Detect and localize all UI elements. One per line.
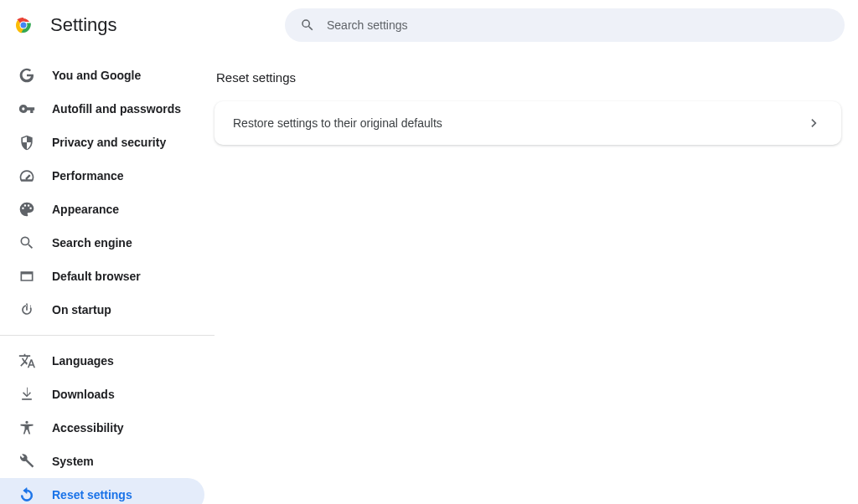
translate-icon (18, 352, 35, 369)
reset-icon (18, 486, 35, 503)
sidebar-item-label: Search engine (52, 236, 132, 249)
sidebar-search-engine[interactable]: Search engine (0, 226, 204, 260)
sidebar-item-label: Default browser (52, 270, 141, 283)
sidebar-item-label: Accessibility (52, 421, 124, 435)
chrome-logo-icon (13, 15, 34, 35)
row-label: Restore settings to their original defau… (233, 116, 442, 130)
sidebar-item-label: Reset settings (52, 488, 132, 501)
sidebar-reset-settings[interactable]: Reset settings (0, 478, 204, 504)
chevron-right-icon (806, 115, 823, 131)
sidebar-default-browser[interactable]: Default browser (0, 260, 204, 293)
search-icon (300, 18, 315, 33)
sidebar-accessibility[interactable]: Accessibility (0, 411, 204, 445)
palette-icon (18, 201, 35, 218)
sidebar-system[interactable]: System (0, 445, 204, 478)
sidebar-performance[interactable]: Performance (0, 159, 204, 193)
sidebar-appearance[interactable]: Appearance (0, 193, 204, 226)
sidebar-item-label: Autofill and passwords (52, 102, 181, 116)
sidebar-downloads[interactable]: Downloads (0, 378, 204, 411)
search-input[interactable] (327, 18, 830, 32)
sidebar-on-startup[interactable]: On startup (0, 293, 204, 327)
page-title: Settings (50, 14, 285, 36)
sidebar-item-label: System (52, 455, 94, 468)
browser-icon (18, 268, 35, 285)
google-g-icon (18, 67, 35, 84)
section-title: Reset settings (216, 70, 841, 85)
sidebar-item-label: Privacy and security (52, 136, 166, 149)
search-icon (18, 234, 35, 251)
main-content: Reset settings Restore settings to their… (214, 50, 858, 504)
divider (0, 335, 214, 336)
shield-icon (18, 134, 35, 151)
sidebar-languages[interactable]: Languages (0, 344, 204, 378)
sidebar-item-label: Downloads (52, 388, 115, 401)
header: Settings (0, 0, 858, 50)
key-icon (18, 100, 35, 117)
wrench-icon (18, 453, 35, 470)
sidebar-item-label: Performance (52, 169, 124, 183)
sidebar-autofill[interactable]: Autofill and passwords (0, 92, 204, 126)
search-bar[interactable] (285, 8, 845, 42)
speedometer-icon (18, 167, 35, 184)
svg-point-2 (21, 23, 27, 28)
download-icon (18, 386, 35, 403)
sidebar-item-label: Appearance (52, 203, 119, 216)
power-icon (18, 301, 35, 318)
card: Restore settings to their original defau… (214, 101, 841, 145)
sidebar-you-and-google[interactable]: You and Google (0, 59, 204, 92)
accessibility-icon (18, 419, 35, 436)
sidebar-item-label: Languages (52, 354, 114, 368)
sidebar-item-label: On startup (52, 303, 111, 316)
sidebar: You and Google Autofill and passwords Pr… (0, 50, 214, 504)
sidebar-privacy[interactable]: Privacy and security (0, 126, 204, 159)
restore-defaults-row[interactable]: Restore settings to their original defau… (214, 101, 841, 145)
sidebar-item-label: You and Google (52, 69, 141, 82)
